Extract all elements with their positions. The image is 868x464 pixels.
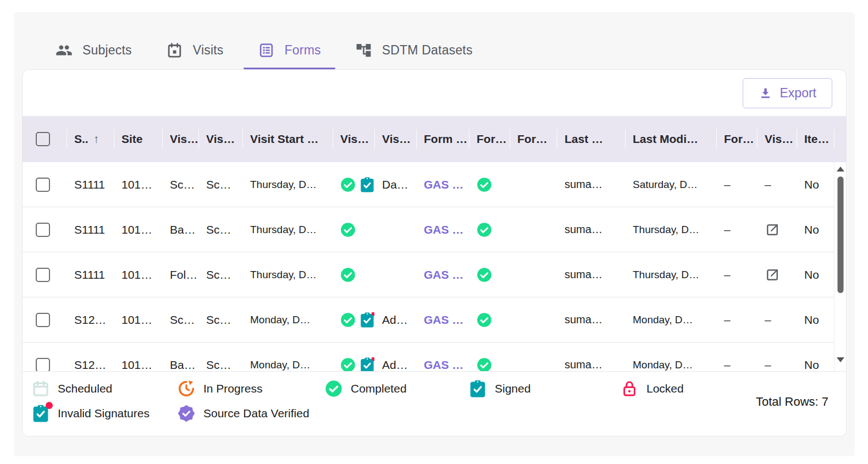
column-header-form-extra[interactable]: For… [510, 116, 557, 162]
completed-icon [477, 312, 492, 328]
tab-bar: Subjects Visits Forms SDTM Datasets [14, 12, 855, 69]
table-row: S1111 101… Sc… Sc… Thursday, D… Da… GAS … [23, 162, 846, 207]
column-header-form-other[interactable]: For… [716, 116, 757, 162]
column-header-visit-name[interactable]: Vis… [198, 116, 242, 162]
cell-visit-name: Sc… [198, 223, 242, 236]
cell-visit-status [333, 357, 374, 372]
cell-visit-start-date: Monday, D… [242, 314, 333, 326]
form-link[interactable]: GAS … [424, 223, 463, 236]
cell-form-other: – [716, 268, 757, 281]
column-label-last-modified-date: Last Modi… [633, 132, 698, 146]
cell-item: No [797, 223, 834, 236]
column-label-visit-start: Visit Start … [250, 132, 318, 146]
scrollbar-thumb[interactable] [837, 176, 843, 293]
form-link[interactable]: GAS … [424, 178, 463, 191]
tab-visits-label: Visits [193, 43, 224, 58]
column-header-visit-type[interactable]: Vis… [162, 116, 198, 162]
cell-last-modified-date: Saturday, D… [625, 179, 716, 191]
column-label-visit-name: Vis… [206, 132, 235, 146]
scroll-down-arrow-icon[interactable] [837, 357, 844, 362]
completed-icon [340, 312, 356, 328]
column-header-visit-link[interactable]: Vis… [757, 116, 797, 162]
cell-visit-type: Sc… [162, 313, 198, 327]
column-header-visit-extra[interactable]: Vis… [374, 116, 416, 162]
legend-label: Scheduled [58, 382, 112, 395]
invalid-dot-icon [46, 402, 53, 409]
form-link[interactable]: GAS … [424, 358, 463, 372]
column-label-form-name: Form … [424, 132, 467, 146]
cell-visit-link-value: – [765, 313, 771, 327]
tab-subjects-label: Subjects [82, 43, 132, 58]
signed-icon [469, 380, 486, 397]
export-button[interactable]: Export [743, 78, 832, 108]
cell-visit-start-date: Thursday, D… [242, 179, 333, 191]
table-header: S..↑SiteVis…Vis…Visit Start …Vis…Vis…For… [23, 116, 846, 162]
column-header-item[interactable]: Ite… [797, 116, 834, 162]
tab-forms[interactable]: Forms [244, 42, 335, 69]
invalid-signatures-icon [32, 405, 49, 422]
forms-table-card: Export S..↑SiteVis…Vis…Visit Start …Vis…… [22, 69, 847, 437]
cell-item: No [797, 358, 834, 372]
table-row: S12… 101… Sc… Sc… Monday, D… Ad… GAS … s… [23, 297, 846, 343]
column-header-form-name[interactable]: Form … [416, 116, 469, 162]
row-checkbox[interactable] [36, 268, 50, 282]
download-icon [759, 86, 772, 100]
cell-visit-extra: Da… [374, 178, 416, 191]
cell-form-name: GAS … [416, 358, 469, 372]
form-link[interactable]: GAS … [424, 313, 463, 327]
column-header-last-modified-by[interactable]: Last … [557, 116, 625, 162]
open-visit-icon[interactable] [765, 222, 780, 237]
column-header-visit-status[interactable]: Vis… [333, 116, 374, 162]
cell-visit-name: Sc… [198, 313, 242, 327]
cell-form-other: – [716, 178, 757, 191]
row-checkbox[interactable] [36, 178, 50, 192]
cell-form-other: – [716, 223, 757, 236]
cell-form-name: GAS … [416, 268, 469, 281]
cell-visit-link [757, 267, 797, 283]
table-row: S12… 101… Ba… Sc… Monday, D… Ad… GAS … s… [23, 343, 846, 371]
row-checkbox[interactable] [36, 358, 50, 372]
tab-forms-label: Forms [285, 43, 321, 58]
cell-select [23, 223, 67, 237]
open-visit-icon[interactable] [765, 267, 780, 283]
table-row: S1111 101… Fol… Sc… Thursday, D… GAS … s… [23, 252, 846, 297]
vertical-scrollbar[interactable] [834, 162, 846, 371]
cell-site: 101… [114, 223, 162, 236]
tab-subjects[interactable]: Subjects [41, 42, 146, 69]
cell-last-modified-date: Monday, D… [625, 314, 716, 326]
completed-icon [477, 222, 492, 237]
column-header-visit-start[interactable]: Visit Start … [242, 116, 333, 162]
column-header-form-status[interactable]: For… [469, 116, 510, 162]
legend-item-signed: Signed [469, 380, 621, 397]
cell-visit-name: Sc… [198, 358, 242, 372]
tab-visits[interactable]: Visits [152, 42, 238, 69]
column-header-site[interactable]: Site [114, 116, 162, 162]
select-all-checkbox[interactable] [36, 132, 50, 146]
sort-asc-icon[interactable]: ↑ [93, 132, 99, 146]
cell-form-name: GAS … [416, 313, 469, 327]
column-label-site: Site [121, 132, 143, 146]
cell-form-name: GAS … [416, 223, 469, 236]
cell-visit-status [333, 222, 374, 237]
row-checkbox[interactable] [36, 313, 50, 327]
table-row: S1111 101… Ba… Sc… Thursday, D… GAS … su… [23, 207, 846, 252]
column-header-subject[interactable]: S..↑ [67, 116, 114, 162]
legend-row-2: Invalid SignaturesSource Data Verified [32, 405, 846, 422]
legend-label: Invalid Signatures [58, 407, 150, 420]
cell-visit-status [333, 312, 374, 328]
cell-form-status [469, 177, 510, 192]
form-link[interactable]: GAS … [424, 268, 463, 281]
column-header-scroll-spacer [834, 116, 846, 162]
tab-sdtm-datasets[interactable]: SDTM Datasets [341, 42, 487, 69]
column-header-last-modified-date[interactable]: Last Modi… [625, 116, 716, 162]
cell-visit-type: Sc… [162, 178, 198, 191]
cell-select [23, 358, 67, 372]
cell-select [23, 178, 67, 192]
cell-form-name: GAS … [416, 178, 469, 191]
column-header-select[interactable] [23, 116, 67, 162]
cell-site: 101… [114, 178, 162, 191]
row-checkbox[interactable] [36, 223, 50, 237]
cell-visit-link: – [757, 313, 797, 327]
column-label-form-extra: For… [517, 132, 548, 146]
scroll-up-arrow-icon[interactable] [837, 167, 844, 172]
